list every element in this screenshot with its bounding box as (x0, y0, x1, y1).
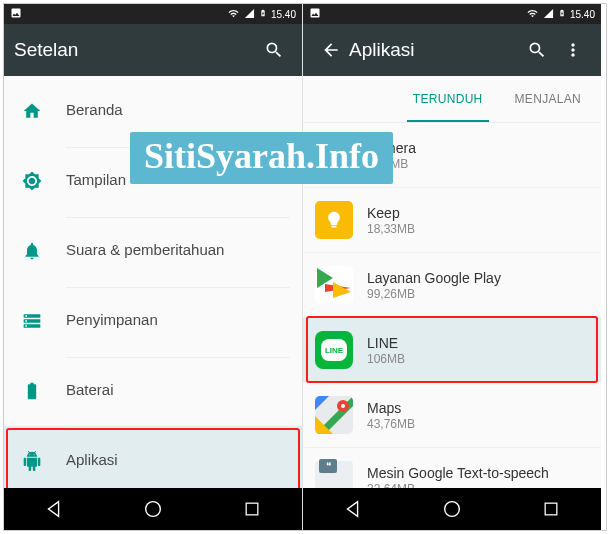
svg-point-0 (146, 502, 161, 517)
nav-recent-button[interactable] (521, 488, 581, 530)
app-size: 18,33MB (367, 222, 415, 236)
apps-screen: 15.40 Aplikasi TERUNDUH MENJALAN (303, 4, 601, 530)
app-name: Mesin Google Text-to-speech (367, 465, 549, 481)
settings-item-label: Baterai (66, 355, 290, 428)
storage-icon (22, 311, 66, 331)
nav-bar (4, 488, 302, 530)
settings-item-penyimpanan[interactable]: Penyimpanan (4, 286, 302, 356)
settings-item-label: Suara & pemberitahuan (66, 215, 290, 288)
settings-item-baterai[interactable]: Baterai (4, 356, 302, 426)
app-bar: Setelan (4, 24, 302, 76)
tts-icon (315, 461, 353, 488)
app-name: Keep (367, 205, 415, 221)
status-bar: 15.40 (303, 4, 601, 24)
wifi-icon (227, 8, 240, 21)
nav-home-button[interactable] (123, 488, 183, 530)
settings-item-label: Penyimpanan (66, 285, 290, 358)
watermark-text: SitiSyarah.Info (130, 132, 393, 184)
signal-icon (543, 8, 554, 21)
svg-point-5 (445, 502, 460, 517)
battery-icon (558, 7, 566, 21)
app-name: Maps (367, 400, 415, 416)
app-size: 99,26MB (367, 287, 501, 301)
play-services-icon (315, 266, 353, 304)
clock-text: 15.40 (570, 9, 595, 20)
search-button[interactable] (256, 32, 292, 68)
image-icon (10, 7, 22, 21)
battery-icon (22, 381, 66, 401)
app-name: Layanan Google Play (367, 270, 501, 286)
settings-item-label: Aplikasi (66, 425, 290, 489)
app-size: 32,64MB (367, 482, 549, 489)
svg-rect-6 (545, 503, 557, 515)
status-bar: 15.40 (4, 4, 302, 24)
battery-icon (259, 7, 267, 21)
tab-downloda[interactable]: TERUNDUH (397, 76, 499, 122)
nav-recent-button[interactable] (222, 488, 282, 530)
tab-running[interactable]: MENJALAN (499, 76, 597, 122)
nav-home-button[interactable] (422, 488, 482, 530)
nav-back-button[interactable] (323, 488, 383, 530)
settings-screen: 15.40 Setelan Beranda Tampilan (4, 4, 303, 530)
nav-back-button[interactable] (24, 488, 84, 530)
app-item-line[interactable]: LINE LINE 106MB (303, 318, 601, 383)
settings-item-suara[interactable]: Suara & pemberitahuan (4, 216, 302, 286)
search-button[interactable] (519, 32, 555, 68)
nav-bar (303, 488, 601, 530)
maps-icon (315, 396, 353, 434)
app-bar-title: Setelan (14, 39, 78, 61)
app-item-maps[interactable]: Maps 43,76MB (303, 383, 601, 448)
image-icon (309, 7, 321, 21)
bell-icon (22, 241, 66, 261)
app-item-tts[interactable]: Mesin Google Text-to-speech 32,64MB (303, 448, 601, 488)
settings-item-aplikasi[interactable]: Aplikasi (4, 426, 302, 488)
tabs: TERUNDUH MENJALAN (303, 76, 601, 123)
svg-point-4 (341, 404, 345, 408)
app-name: LINE (367, 335, 405, 351)
keep-icon (315, 201, 353, 239)
app-item-keep[interactable]: Keep 18,33MB (303, 188, 601, 253)
back-button[interactable] (313, 32, 349, 68)
line-icon: LINE (315, 331, 353, 369)
app-bar: Aplikasi (303, 24, 601, 76)
home-icon (22, 101, 66, 121)
more-button[interactable] (555, 32, 591, 68)
svg-rect-1 (246, 503, 258, 515)
signal-icon (244, 8, 255, 21)
app-size: 106MB (367, 352, 405, 366)
app-size: 43,76MB (367, 417, 415, 431)
app-bar-title: Aplikasi (349, 39, 414, 61)
brightness-icon (22, 171, 66, 191)
wifi-icon (526, 8, 539, 21)
app-item-play-services[interactable]: Layanan Google Play 99,26MB (303, 253, 601, 318)
clock-text: 15.40 (271, 9, 296, 20)
android-icon (22, 451, 66, 471)
